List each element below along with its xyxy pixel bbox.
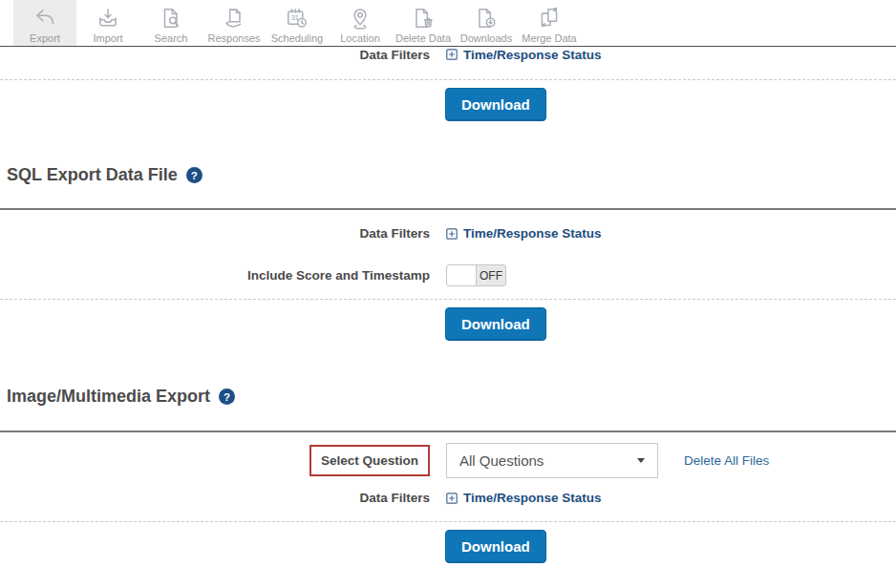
toolbar-label: Scheduling xyxy=(271,32,323,44)
time-response-status-label: Time/Response Status xyxy=(463,48,602,62)
toolbar-label: Responses xyxy=(207,32,260,44)
data-filters-label: Data Filters xyxy=(0,226,430,241)
top-toolbar: Export Import Search xyxy=(0,0,896,47)
data-filters-row: Data Filters Time/Response Status xyxy=(0,47,896,62)
multimedia-export-section: Image/Multimedia Export ? Select Questio… xyxy=(0,387,896,563)
export-icon xyxy=(32,5,57,31)
toggle-state-label: OFF xyxy=(477,265,505,285)
dashed-divider xyxy=(0,79,896,80)
toolbar-item-responses[interactable]: Responses xyxy=(203,0,266,46)
download-button[interactable]: Download xyxy=(445,307,546,341)
import-icon xyxy=(96,5,120,31)
export-page: Export Import Search xyxy=(0,0,896,588)
merge-data-icon xyxy=(537,5,562,31)
section-heading: SQL Export Data File ? xyxy=(7,165,896,185)
search-icon xyxy=(159,5,183,31)
include-score-toggle[interactable]: OFF xyxy=(446,264,506,286)
scheduling-icon: 31 xyxy=(285,5,309,31)
delete-data-icon xyxy=(411,5,436,31)
toolbar-item-delete-data[interactable]: Delete Data xyxy=(392,0,455,46)
section-divider xyxy=(0,430,896,432)
expand-plus-icon xyxy=(446,493,458,504)
toolbar-label: Export xyxy=(30,32,60,44)
location-icon xyxy=(348,5,373,31)
toolbar-item-scheduling[interactable]: 31 Scheduling xyxy=(266,0,329,46)
data-filters-label: Data Filters xyxy=(0,491,430,505)
download-button[interactable]: Download xyxy=(445,88,546,121)
expand-plus-icon xyxy=(446,228,458,240)
toolbar-item-downloads[interactable]: Downloads xyxy=(455,0,518,46)
toolbar-label: Import xyxy=(93,32,122,44)
dashed-divider xyxy=(0,521,896,522)
responses-icon xyxy=(222,5,246,31)
toolbar-item-merge-data[interactable]: Merge Data xyxy=(518,0,581,46)
sql-export-section: SQL Export Data File ? Data Filters Time… xyxy=(0,165,896,341)
toolbar-item-search[interactable]: Search xyxy=(139,0,203,46)
toolbar-label: Merge Data xyxy=(522,32,576,44)
toolbar-item-location[interactable]: Location xyxy=(329,0,392,46)
time-response-status-link[interactable]: Time/Response Status xyxy=(446,491,602,505)
toolbar-label: Location xyxy=(340,32,380,44)
data-filters-row: Data Filters Time/Response Status xyxy=(0,490,896,506)
question-select[interactable]: All Questions xyxy=(446,443,658,478)
section-heading: Image/Multimedia Export ? xyxy=(7,387,896,407)
dashed-divider xyxy=(0,299,896,300)
delete-all-files-link[interactable]: Delete All Files xyxy=(684,453,769,468)
download-button[interactable]: Download xyxy=(445,530,546,563)
select-question-row: Select Question All Questions Delete All… xyxy=(0,443,896,478)
toolbar-item-import[interactable]: Import xyxy=(76,0,139,46)
select-question-label-highlighted: Select Question xyxy=(309,445,430,477)
toolbar-label: Delete Data xyxy=(395,32,451,44)
help-icon[interactable]: ? xyxy=(186,167,203,183)
include-score-label: Include Score and Timestamp xyxy=(0,268,430,283)
expand-plus-icon xyxy=(446,49,458,60)
time-response-status-link[interactable]: Time/Response Status xyxy=(446,226,602,241)
toggle-knob xyxy=(447,265,477,285)
help-icon[interactable]: ? xyxy=(219,388,235,405)
question-select-value: All Questions xyxy=(459,452,544,469)
section-divider xyxy=(0,208,896,210)
multimedia-export-title: Image/Multimedia Export xyxy=(7,387,210,407)
chevron-down-icon xyxy=(637,458,645,463)
time-response-status-label: Time/Response Status xyxy=(463,226,602,241)
toolbar-label: Search xyxy=(155,32,188,44)
data-filters-row: Data Filters Time/Response Status xyxy=(0,225,896,242)
include-score-row: Include Score and Timestamp OFF xyxy=(0,264,896,286)
data-filters-label: Data Filters xyxy=(0,48,430,62)
downloads-icon xyxy=(474,5,499,31)
top-export-section: Data Filters Time/Response Status Downlo… xyxy=(0,47,896,121)
toolbar-label: Downloads xyxy=(460,32,512,44)
time-response-status-label: Time/Response Status xyxy=(463,491,602,505)
time-response-status-link[interactable]: Time/Response Status xyxy=(446,48,602,62)
sql-export-title: SQL Export Data File xyxy=(7,165,178,185)
toolbar-item-export[interactable]: Export xyxy=(13,0,76,46)
